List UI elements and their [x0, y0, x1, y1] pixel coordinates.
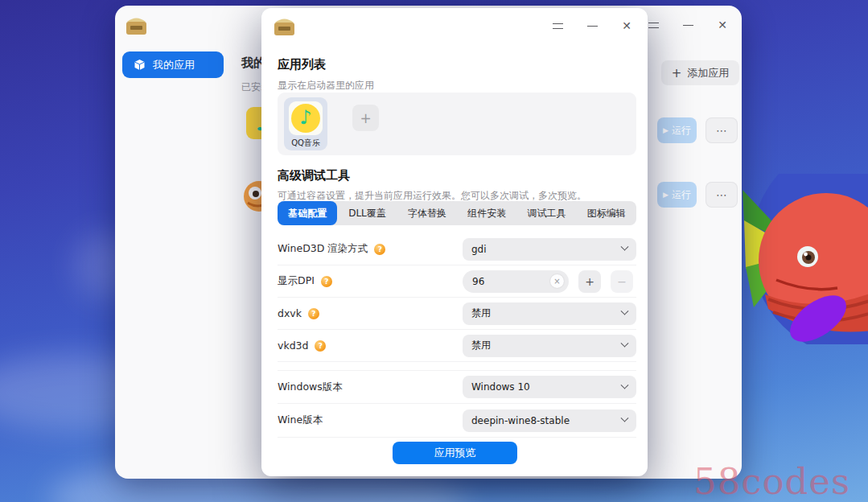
help-icon[interactable]: ? [308, 308, 319, 319]
add-app-label: 添加应用 [687, 66, 729, 80]
field-row-dpi: 显示DPI ? 96 × + − [278, 265, 636, 298]
close-icon[interactable]: ✕ [716, 19, 729, 31]
wallpaper-fish-image [741, 174, 868, 344]
chevron-down-icon [621, 381, 629, 389]
dxvk-label: dxvk [278, 307, 302, 319]
ellipsis-icon: ⋯ [716, 188, 727, 201]
wined3d-label: WineD3D 渲染方式 [278, 242, 368, 256]
clear-icon[interactable]: × [550, 274, 564, 288]
settings-tabbar: 基础配置 DLL覆盖 字体替换 组件安装 调试工具 图标编辑 [278, 201, 636, 225]
dpi-decrease-button[interactable]: − [611, 270, 633, 293]
minimize-icon[interactable] [586, 19, 599, 32]
field-row-wined3d: WineD3D 渲染方式 ? gdi [278, 233, 636, 265]
app-tile-qqmusic[interactable]: ♪ QQ音乐 [284, 97, 327, 150]
field-row-vkd3d: vkd3d ? 禁用 [278, 330, 636, 362]
ellipsis-icon: ⋯ [716, 124, 727, 137]
add-app-button[interactable]: + 添加应用 [661, 60, 739, 85]
chevron-down-icon [621, 414, 629, 422]
app-tray: ♪ QQ音乐 + [278, 93, 636, 155]
main-window-controls: ✕ [647, 19, 729, 31]
app-tile-label: QQ音乐 [291, 138, 320, 149]
play-icon: ▶ [663, 126, 668, 134]
package-icon [134, 59, 146, 71]
minus-icon: − [617, 275, 627, 288]
dpi-input[interactable]: 96 × [463, 270, 569, 293]
tab-dll-override[interactable]: DLL覆盖 [337, 201, 397, 225]
run-button[interactable]: ▶ 运行 [657, 117, 697, 143]
select-value: gdi [471, 244, 487, 255]
plus-icon: + [360, 110, 371, 126]
run-label: 运行 [672, 124, 691, 138]
plus-icon: + [672, 66, 682, 80]
app-list-subtitle: 显示在启动器里的应用 [278, 79, 374, 93]
field-row-dxvk: dxvk ? 禁用 [278, 298, 636, 330]
plus-icon: + [585, 275, 594, 288]
dialog-window-controls: ✕ [551, 19, 633, 32]
apply-preview-button[interactable]: 应用预览 [393, 442, 517, 464]
run-button[interactable]: ▶ 运行 [657, 182, 697, 208]
tab-icon-edit[interactable]: 图标编辑 [577, 201, 636, 225]
field-row-windows-version: Windows版本 Windows 10 [278, 370, 636, 404]
wine-version-select[interactable]: deepin-wine8-stable [463, 409, 636, 432]
wined3d-select[interactable]: gdi [463, 238, 636, 261]
wine-version-label: Wine版本 [278, 414, 323, 427]
sidebar-item-my-apps[interactable]: 我的应用 [122, 51, 224, 78]
windows-version-label: Windows版本 [278, 381, 343, 394]
field-row-wine-version: Wine版本 deepin-wine8-stable [278, 404, 636, 438]
help-icon[interactable]: ? [315, 340, 326, 352]
select-value: Windows 10 [471, 381, 530, 393]
select-value: 禁用 [471, 307, 491, 320]
run-label: 运行 [672, 188, 691, 202]
vkd3d-label: vkd3d [278, 339, 308, 352]
debug-tools-title: 高级调试工具 [278, 168, 350, 183]
select-value: 禁用 [471, 339, 491, 352]
more-button[interactable]: ⋯ [706, 182, 738, 208]
dialog-logo-icon [274, 17, 295, 36]
select-value: deepin-wine8-stable [471, 415, 570, 426]
settings-form: WineD3D 渲染方式 ? gdi 显示DPI ? 96 × [278, 233, 636, 438]
menu-icon[interactable] [647, 19, 660, 31]
app-list-title: 应用列表 [278, 57, 326, 72]
windows-version-select[interactable]: Windows 10 [463, 376, 636, 398]
help-icon[interactable]: ? [374, 244, 385, 255]
dpi-label: 显示DPI [278, 274, 315, 288]
dpi-increase-button[interactable]: + [578, 270, 601, 293]
play-icon: ▶ [663, 191, 668, 199]
qqmusic-icon: ♪ [289, 101, 323, 135]
chevron-down-icon [621, 307, 629, 315]
tab-font-replace[interactable]: 字体替换 [397, 201, 457, 225]
sidebar-item-label: 我的应用 [153, 58, 195, 72]
watermark: 58codes [693, 460, 850, 502]
chevron-down-icon [621, 339, 629, 348]
dxvk-select[interactable]: 禁用 [463, 302, 636, 325]
close-icon[interactable]: ✕ [620, 19, 633, 32]
vkd3d-select[interactable]: 禁用 [463, 335, 636, 357]
add-app-tile[interactable]: + [352, 105, 379, 131]
app-logo-icon [125, 16, 147, 35]
menu-icon[interactable] [551, 19, 564, 32]
tab-basic-config[interactable]: 基础配置 [278, 201, 337, 225]
help-icon[interactable]: ? [321, 276, 332, 287]
desktop: ✕ 我的应用 我的应用 已安装的应用 + 添加应用 ♪ [0, 0, 868, 502]
tab-component-install[interactable]: 组件安装 [457, 201, 516, 225]
chevron-down-icon [621, 243, 629, 251]
more-button[interactable]: ⋯ [706, 117, 738, 143]
dpi-value: 96 [472, 276, 484, 287]
app-settings-dialog: ✕ 应用列表 显示在启动器里的应用 ♪ QQ音乐 + 高级调试工具 可通过容器设… [261, 8, 648, 476]
tab-debug-tools[interactable]: 调试工具 [516, 201, 576, 225]
minimize-icon[interactable] [681, 19, 694, 31]
